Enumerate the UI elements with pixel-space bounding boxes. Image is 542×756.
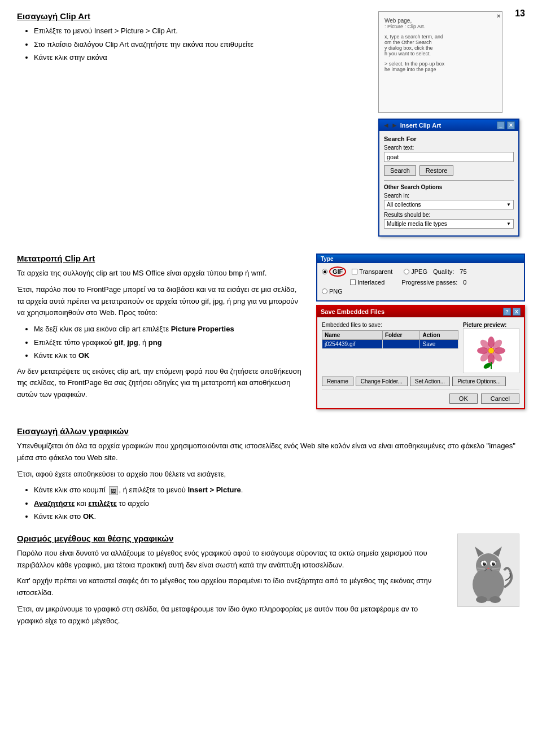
save-ok-cancel: OK Cancel	[322, 390, 519, 404]
chevron-down-icon: ▼	[506, 202, 511, 207]
section2-bullets: Με δεξί κλικ σε μια εικόνα clip art επιλ…	[34, 324, 305, 361]
section4-para1: Παρόλο που είναι δυνατό να αλλάξουμε το …	[17, 548, 446, 571]
save-embedded-dialog: Save Embedded Files ? X Embedded files t…	[316, 305, 525, 409]
section4-title: Ορισμός μεγέθους και θέσης γραφικών	[17, 534, 446, 543]
svg-point-19	[492, 562, 495, 566]
section3-bullets: Κάντε κλικ στο κουμπί 🖼, ή επιλέξτε το μ…	[34, 484, 525, 522]
forward-icon[interactable]: ►	[391, 121, 398, 129]
insert-clipart-dialog: ◄ ► Insert Clip Art _ ✕ Search For Searc…	[378, 119, 519, 237]
list-item: Κάντε κλικ το ΟΚ	[34, 350, 305, 361]
svg-point-9	[488, 348, 494, 353]
close-icon[interactable]: X	[513, 308, 521, 316]
interlaced-checkbox[interactable]	[350, 279, 356, 285]
set-action-button[interactable]: Set Action...	[410, 377, 450, 386]
restore-button[interactable]: Restore	[419, 165, 454, 176]
picture-options-button[interactable]: Picture Options...	[452, 377, 506, 386]
save-dialog-title: Save Embedded Files	[321, 308, 384, 315]
search-text-label: Search text:	[384, 145, 514, 151]
search-in-dropdown[interactable]: All collections ▼	[384, 200, 514, 209]
close-icon[interactable]: ✕	[507, 121, 515, 129]
change-folder-button[interactable]: Change Folder...	[356, 377, 408, 386]
type-dialog: Type GIF Transparent JPEG Quality	[316, 254, 525, 301]
jpeg-radio[interactable]	[404, 269, 409, 274]
search-in-value: All collections	[387, 202, 421, 208]
section4-para3: Έτσι, αν μικρύνουμε το γραφικό στη σελίδ…	[17, 604, 446, 627]
search-text-input[interactable]	[384, 152, 514, 162]
list-item: Επιλέξτε το μενού Insert > Picture > Cli…	[34, 25, 367, 37]
gif-radio[interactable]	[322, 269, 327, 274]
section2-para3: Αν δεν μετατρέψετε τις εικόνες clip art,…	[17, 366, 305, 401]
type-dialog-body: GIF Transparent JPEG Quality: 75	[317, 263, 524, 300]
search-for-label: Search For	[384, 136, 514, 142]
section3-para2: Έτσι, αφού έχετε αποθηκεύσει το αρχείο π…	[17, 469, 525, 480]
screenshot-line: he image into the page	[384, 67, 496, 72]
file-folder	[382, 340, 420, 349]
quality-value: 75	[460, 268, 466, 275]
png-radio[interactable]	[322, 289, 327, 294]
gif-option[interactable]: GIF	[322, 266, 346, 277]
progressive-label: Progressive passes:	[401, 279, 457, 286]
cancel-button[interactable]: Cancel	[481, 394, 519, 404]
search-in-label: Search in:	[384, 193, 514, 199]
section1-bullets: Επιλέξτε το μενού Insert > Picture > Cli…	[34, 25, 367, 63]
transparent-option[interactable]: Transparent	[352, 268, 392, 275]
col-name: Name	[322, 331, 383, 340]
preview-label: Picture preview:	[463, 322, 519, 328]
clip-art-dialog-area: ✕ Web page, : Picture : Clip Art. x, typ…	[378, 11, 525, 237]
other-search-label: Other Search Options	[384, 184, 514, 190]
cat-image	[457, 534, 519, 607]
screenshot-line: > select. In the pop-up box	[384, 61, 496, 67]
section2-para1: Τα αρχεία της συλλογής clip art του MS O…	[17, 268, 305, 279]
chevron-down-icon: ▼	[506, 221, 511, 226]
section3-title: Εισαγωγή άλλων γραφικών	[17, 426, 525, 436]
list-item: Κάντε κλικ στο κουμπί 🖼, ή επιλέξτε το μ…	[34, 484, 525, 496]
list-item: Με δεξί κλικ σε μια εικόνα clip art επιλ…	[34, 324, 305, 335]
results-value: Multiple media file types	[387, 221, 447, 227]
close-icon[interactable]: ✕	[496, 13, 501, 19]
rename-button[interactable]: Rename	[322, 377, 353, 386]
table-row[interactable]: j0254439.gif Save	[322, 340, 458, 349]
dialog-titlebar: ◄ ► Insert Clip Art _ ✕	[379, 120, 518, 131]
back-icon[interactable]: ◄	[383, 121, 390, 129]
transparent-checkbox[interactable]	[352, 269, 357, 274]
list-item: Κάντε κλικ στην εικόνα	[34, 52, 367, 63]
question-icon[interactable]: ?	[503, 308, 511, 316]
interlaced-option[interactable]: Interlaced	[350, 279, 384, 286]
minimize-icon[interactable]: _	[497, 121, 505, 129]
png-option[interactable]: PNG	[322, 288, 343, 295]
screenshot-area: ✕ Web page, : Picture : Clip Art. x, typ…	[378, 11, 502, 113]
flower-preview	[469, 331, 514, 370]
transparent-label: Transparent	[359, 268, 392, 275]
quality-label: Quality:	[433, 268, 454, 275]
page-number: 13	[515, 8, 525, 19]
results-dropdown[interactable]: Multiple media file types ▼	[384, 219, 514, 229]
section4-left: Ορισμός μεγέθους και θέσης γραφικών Παρό…	[17, 534, 446, 632]
search-button[interactable]: Search	[384, 165, 416, 176]
files-table: Name Folder Action j0254439.gif Save	[322, 330, 458, 349]
ok-button[interactable]: OK	[449, 394, 478, 404]
jpeg-option[interactable]: JPEG	[404, 268, 427, 275]
file-name: j0254439.gif	[322, 340, 383, 349]
section4-para2: Κατ' αρχήν πρέπει να καταστεί σαφές ότι …	[17, 575, 446, 599]
list-item: Στο πλαίσιο διαλόγου Clip Art αναζητήστε…	[34, 39, 367, 50]
embedded-label: Embedded files to save:	[322, 322, 458, 328]
svg-point-28	[489, 596, 501, 603]
col-folder: Folder	[382, 331, 420, 340]
file-action: Save	[420, 340, 458, 349]
jpeg-label: JPEG	[411, 268, 427, 275]
section1-title: Εισαγωγή Clip Art	[17, 11, 367, 21]
dialog-body: Search For Search text: Search Restore O…	[379, 131, 518, 235]
screenshot-line: h you want to select.	[384, 51, 496, 56]
screenshot-line: Web page,	[384, 18, 496, 24]
interlaced-label: Interlaced	[357, 279, 384, 286]
section3-content: Εισαγωγή άλλων γραφικών Υπενθυμίζεται ότ…	[17, 426, 525, 522]
results-label: Results should be:	[384, 212, 514, 218]
section4-content: Ορισμός μεγέθους και θέσης γραφικών Παρό…	[17, 534, 525, 632]
list-item: Επιλέξτε τύπο γραφικού gif, jpg, ή png	[34, 337, 305, 348]
screenshot-line: : Picture : Clip Art.	[384, 24, 496, 29]
progressive-value: 0	[463, 279, 466, 286]
insert-picture-icon: 🖼	[109, 486, 118, 495]
svg-point-27	[476, 596, 487, 603]
cat-svg	[460, 536, 517, 604]
col-action: Action	[420, 331, 458, 340]
